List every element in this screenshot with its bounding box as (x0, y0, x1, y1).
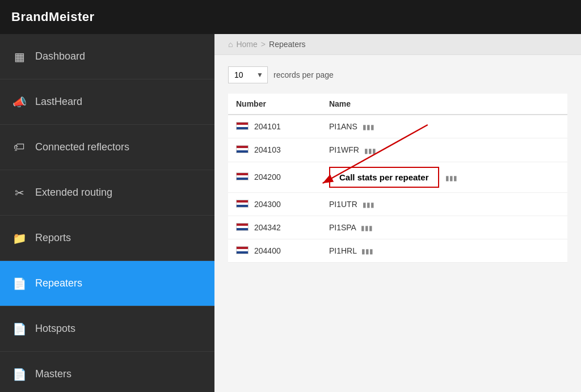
cell-name-tooltip: Call stats per repeater ▮▮▮ (321, 162, 543, 192)
repeater-name: PI1SPA (329, 223, 356, 232)
cell-status (543, 239, 567, 263)
breadcrumb-separator: > (261, 40, 266, 49)
sidebar-label-dashboard: Dashboard (35, 50, 85, 62)
cell-status (543, 162, 567, 192)
table-row: 204103 PI1WFR ▮▮▮ (228, 138, 567, 162)
table-wrapper: Number Name 204101 (228, 94, 567, 263)
cell-number: 204300 (228, 192, 321, 216)
sidebar-label-repeaters: Repeaters (35, 277, 82, 289)
cell-number: 204200 (228, 162, 321, 192)
repeater-name: PI1UTR (329, 200, 357, 209)
col-number: Number (228, 94, 321, 115)
repeaters-table: Number Name 204101 (228, 94, 567, 263)
reflectors-icon: 🏷 (11, 141, 27, 154)
cell-number: 204342 (228, 216, 321, 239)
sidebar-item-reports[interactable]: 📁 Reports (0, 216, 214, 261)
sidebar-item-connected-reflectors[interactable]: 🏷 Connected reflectors (0, 125, 214, 170)
repeaters-icon: 📄 (11, 277, 27, 290)
stats-chart-icon[interactable]: ▮▮▮ (364, 147, 376, 155)
cell-status (543, 115, 567, 138)
repeater-name: PI1HRL (329, 246, 357, 255)
repeater-number: 204400 (254, 246, 281, 255)
content-area: ⌂ Home > Repeaters 10 25 50 100 ▼ record… (214, 34, 581, 392)
stats-chart-icon[interactable]: ▮▮▮ (445, 174, 457, 182)
cell-number: 204103 (228, 138, 321, 162)
table-row: 204400 PI1HRL ▮▮▮ (228, 239, 567, 263)
breadcrumb-current: Repeaters (269, 40, 306, 49)
sidebar-label-masters: Masters (35, 368, 71, 380)
content-inner: 10 25 50 100 ▼ records per page (214, 55, 581, 392)
sidebar-label-lastheard: LastHeard (35, 96, 82, 108)
sidebar-label-hotspots: Hotspots (35, 323, 75, 335)
stats-chart-icon[interactable]: ▮▮▮ (363, 201, 374, 209)
flag-nl (236, 223, 249, 231)
dashboard-icon: ▦ (11, 50, 27, 64)
table-row: 204101 PI1ANS ▮▮▮ (228, 115, 567, 138)
tooltip-text: Call stats per repeater (339, 172, 429, 182)
repeater-number: 204103 (254, 145, 281, 154)
col-extra (543, 94, 567, 115)
sidebar-item-masters[interactable]: 📄 Masters (0, 352, 214, 392)
sidebar-item-extended-routing[interactable]: ✂ Extended routing (0, 170, 214, 216)
repeater-number: 204101 (254, 122, 281, 131)
cell-name: PI1HRL ▮▮▮ (321, 239, 543, 263)
sidebar-label-connected-reflectors: Connected reflectors (35, 141, 129, 153)
sidebar-item-lastheard[interactable]: 📣 LastHeard (0, 79, 214, 125)
cell-name: PI1ANS ▮▮▮ (321, 115, 543, 138)
table-row: 204342 PI1SPA ▮▮▮ (228, 216, 567, 239)
repeater-name: PI1WFR (329, 145, 359, 154)
col-name: Name (321, 94, 543, 115)
cell-number: 204101 (228, 115, 321, 138)
hotspots-icon: 📄 (11, 322, 27, 336)
app-header: BrandMeister (0, 0, 581, 34)
repeater-number: 204200 (254, 172, 281, 182)
records-per-page-row: 10 25 50 100 ▼ records per page (228, 66, 567, 83)
cell-status (543, 138, 567, 162)
flag-nl (236, 200, 249, 208)
cell-status (543, 192, 567, 216)
sidebar-label-extended-routing: Extended routing (35, 187, 112, 199)
stats-chart-icon[interactable]: ▮▮▮ (361, 224, 373, 232)
breadcrumb: ⌂ Home > Repeaters (214, 34, 581, 55)
masters-icon: 📄 (11, 368, 27, 381)
routing-icon: ✂ (11, 186, 27, 200)
main-layout: ▦ Dashboard 📣 LastHeard 🏷 Connected refl… (0, 34, 581, 392)
cell-name: PI1SPA ▮▮▮ (321, 216, 543, 239)
reports-icon: 📁 (11, 231, 27, 245)
sidebar-item-dashboard[interactable]: ▦ Dashboard (0, 34, 214, 79)
cell-number: 204400 (228, 239, 321, 263)
table-row: 204200 Call stats per repeater ▮▮▮ (228, 162, 567, 192)
sidebar-item-hotspots[interactable]: 📄 Hotspots (0, 306, 214, 352)
repeater-number: 204342 (254, 223, 281, 232)
cell-name: PI1WFR ▮▮▮ (321, 138, 543, 162)
flag-nl (236, 246, 249, 254)
sidebar-item-repeaters[interactable]: 📄 Repeaters (0, 261, 214, 306)
lastheard-icon: 📣 (11, 95, 27, 109)
breadcrumb-home[interactable]: Home (236, 40, 257, 49)
sidebar-label-reports: Reports (35, 232, 71, 244)
repeater-name: PI1ANS (329, 122, 357, 131)
call-stats-tooltip: Call stats per repeater (329, 167, 439, 188)
stats-chart-icon[interactable]: ▮▮▮ (363, 123, 374, 131)
repeater-number: 204300 (254, 200, 281, 209)
stats-chart-icon[interactable]: ▮▮▮ (361, 247, 373, 255)
flag-nl (236, 172, 249, 180)
records-select-wrapper[interactable]: 10 25 50 100 ▼ (228, 66, 268, 83)
home-icon: ⌂ (228, 40, 233, 49)
cell-status (543, 216, 567, 239)
cell-name: PI1UTR ▮▮▮ (321, 192, 543, 216)
table-row: 204300 PI1UTR ▮▮▮ (228, 192, 567, 216)
flag-nl (236, 145, 249, 153)
table-header-row: Number Name (228, 94, 567, 115)
sidebar: ▦ Dashboard 📣 LastHeard 🏷 Connected refl… (0, 34, 214, 392)
records-per-page-label: records per page (273, 70, 334, 79)
app-title: BrandMeister (11, 10, 95, 24)
records-per-page-select[interactable]: 10 25 50 100 (228, 66, 268, 83)
flag-nl (236, 122, 249, 130)
